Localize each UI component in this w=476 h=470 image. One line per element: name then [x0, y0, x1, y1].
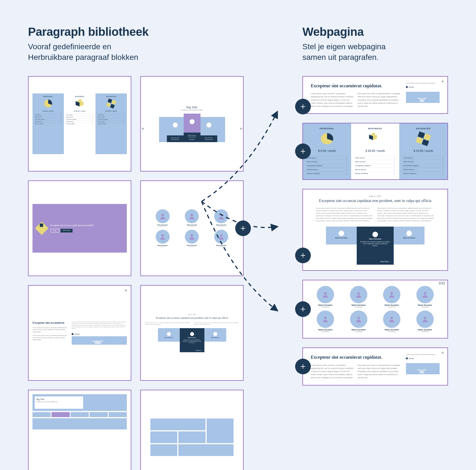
pie-icon [44, 100, 52, 107]
block-mosaic[interactable] [140, 390, 244, 470]
svg-point-3 [161, 234, 164, 237]
squares-icon [106, 98, 116, 109]
next-icon[interactable] [240, 128, 242, 130]
svg-point-10 [324, 317, 327, 319]
block-cta[interactable]: Excepteur sint occaecat cupid atnt non p… [28, 180, 131, 276]
svg-point-4 [191, 234, 193, 237]
block-testimonial[interactable]: June 2, 2017 Excepteur sint occaecat cup… [140, 285, 244, 381]
library-subtitle: Vooraf gedefinieerde en Herbruikbare par… [28, 41, 244, 63]
webpage-subtitle: Stel je eigen webpagina samen uit paragr… [302, 41, 448, 63]
plus-icon[interactable] [295, 359, 311, 374]
read-more-button[interactable]: Read More → [381, 261, 391, 262]
expand-icon[interactable] [125, 290, 127, 291]
image-placeholder [72, 336, 127, 345]
library-column: Paragraph bibliotheek Vooraf gedefinieer… [28, 25, 244, 445]
svg-point-6 [324, 292, 327, 295]
page-section-article-repeat[interactable]: Excepteur sint occaeuiecut cupidatat. Lo… [302, 347, 448, 386]
plus-icon[interactable] [295, 99, 311, 114]
svg-point-8 [391, 292, 393, 295]
svg-point-12 [391, 317, 393, 319]
page-section-team[interactable]: Name SurnameConsectetur Name SurnameCons… [302, 280, 448, 339]
plus-icon[interactable] [295, 301, 311, 317]
close-icon[interactable]: × [81, 397, 82, 399]
hex-icon [35, 222, 48, 235]
svg-point-5 [220, 234, 223, 237]
block-carousel[interactable]: Big Title Excepteur sint occaecat cupida… [140, 76, 244, 172]
expand-icon[interactable] [442, 352, 444, 354]
svg-point-9 [424, 292, 426, 295]
block-pricing[interactable]: PERSONAL $ 9.99 / month Lorem ipsum✓ Dol… [28, 76, 131, 172]
block-team[interactable]: Name SurnameConsectetur Name SurnameCons… [140, 180, 244, 276]
library-title: Paragraph bibliotheek [28, 25, 244, 39]
plus-icon[interactable] [235, 220, 251, 236]
signup-button[interactable]: SIGN UP NOW [60, 229, 73, 232]
block-tabs[interactable]: × Big Title Excepteur sint occaecat cupi… [28, 390, 131, 470]
page-section-pricing[interactable]: PERSONAL $ 9.99 / month Lorem ipsum✓ Dol… [302, 123, 448, 180]
weblogo-icon: weburge [72, 333, 127, 335]
prev-icon[interactable] [142, 128, 144, 130]
page-section-article[interactable]: Excepteur sint occaeuiecut cupidatat. Lo… [302, 76, 448, 114]
svg-point-13 [424, 317, 426, 319]
svg-point-1 [191, 214, 193, 216]
block-article[interactable]: Excepteur sint occaeuiecut Lorem ipsum d… [28, 285, 131, 381]
expand-icon[interactable] [442, 81, 444, 82]
svg-point-7 [357, 292, 360, 295]
page-section-testimonial[interactable]: June 2, 2017 Excepteur sint occaecat cup… [302, 189, 448, 271]
svg-point-2 [220, 214, 223, 216]
detail-button[interactable]: DETAIL [50, 229, 59, 232]
plus-icon[interactable] [295, 248, 311, 263]
nav-controls[interactable] [439, 282, 445, 284]
plus-icon[interactable] [295, 144, 311, 159]
svg-point-11 [357, 317, 360, 319]
cube-icon [76, 100, 83, 107]
webpage-column: Webpagina Stel je eigen webpagina samen … [302, 25, 448, 445]
svg-point-0 [161, 214, 164, 216]
webpage-title: Webpagina [302, 25, 448, 39]
